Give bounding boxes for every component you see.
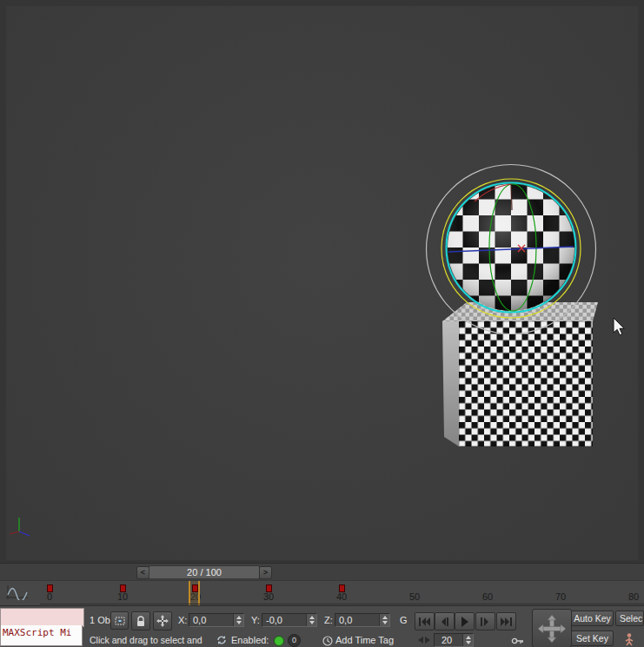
status-bar: MAXScript Mi 1 Ob X: 0,0 Y:: [0, 605, 644, 647]
play-button[interactable]: [455, 612, 475, 630]
time-tag-button[interactable]: [320, 633, 335, 647]
play-icon: [461, 617, 469, 627]
maxscript-listener-field[interactable]: MAXScript Mi: [0, 625, 83, 646]
go-to-end-icon: [501, 617, 512, 626]
frame-step-arrows[interactable]: [418, 637, 430, 644]
frame-back-arrow[interactable]: [418, 637, 423, 644]
animation-key[interactable]: [266, 584, 272, 592]
frame-spinner[interactable]: [462, 634, 473, 646]
circular-arrows-icon: [216, 634, 228, 646]
previous-key-button[interactable]: [435, 612, 455, 630]
current-frame-field[interactable]: 20: [434, 633, 474, 647]
mini-curve-editor-button[interactable]: [4, 584, 32, 602]
z-spinner[interactable]: [379, 614, 389, 626]
maxscript-mini-listener[interactable]: MAXScript Mi: [0, 608, 84, 647]
tick-label: 60: [475, 591, 501, 602]
tick-label: 80: [621, 591, 644, 602]
character-walkthrough-button[interactable]: [617, 630, 641, 647]
set-key-button[interactable]: Set Key: [571, 630, 614, 646]
track-bar-baseline: [40, 604, 644, 604]
animation-key[interactable]: [339, 584, 345, 592]
prompt-line: Click and drag to select and: [90, 635, 202, 645]
selection-count-label: 1 Ob: [90, 615, 110, 625]
time-slider-track[interactable]: < 20 / 100 >: [0, 563, 644, 581]
tick-label: 10: [110, 591, 136, 602]
key-icon: [511, 637, 524, 645]
tick-label: 50: [402, 591, 428, 602]
lock-icon: [136, 616, 146, 627]
viewport-scene: [0, 0, 644, 647]
animation-key[interactable]: [120, 584, 126, 592]
tick-label: 30: [256, 591, 282, 602]
y-coordinate-field[interactable]: -0,0: [262, 613, 317, 627]
enabled-label: Enabled:: [231, 635, 269, 645]
track-bar[interactable]: 0 10 20 30 40 50 60 70 80: [0, 580, 644, 606]
animation-key[interactable]: [192, 584, 198, 592]
previous-frame-button[interactable]: <: [136, 566, 149, 579]
z-coordinate-value: 0,0: [339, 615, 352, 625]
tick-label: 70: [548, 591, 574, 602]
checker-cube[interactable]: [442, 302, 598, 446]
x-coordinate-label: X:: [178, 615, 187, 625]
person-icon: [622, 632, 636, 646]
grid-label: G: [400, 615, 408, 625]
notification-button[interactable]: [213, 632, 229, 647]
y-coordinate-value: -0,0: [266, 615, 282, 625]
auto-key-button[interactable]: Auto Key: [571, 611, 614, 626]
x-coordinate-value: 0,0: [193, 615, 206, 625]
transform-arrows-icon: [156, 615, 169, 627]
absolute-offset-mode-toggle[interactable]: [153, 611, 172, 630]
clock-icon: [322, 636, 333, 646]
x-coordinate-field[interactable]: 0,0: [189, 613, 244, 627]
next-frame-button[interactable]: >: [259, 566, 272, 579]
y-spinner[interactable]: [306, 614, 316, 626]
z-coordinate-field[interactable]: 0,0: [335, 613, 390, 627]
set-keys-cross-icon: [537, 614, 567, 644]
tick-label: 40: [329, 591, 355, 602]
selection-region-icon: [115, 616, 125, 626]
go-to-start-button[interactable]: [415, 612, 435, 630]
z-coordinate-label: Z:: [324, 615, 333, 625]
key-mode-button[interactable]: [508, 633, 526, 647]
next-key-icon: [481, 617, 490, 626]
y-coordinate-label: Y:: [251, 615, 260, 625]
time-slider-handle[interactable]: 20 / 100: [149, 565, 260, 579]
current-frame-value: 20: [442, 635, 452, 645]
next-key-button[interactable]: [475, 612, 495, 630]
mouse-cursor: [614, 318, 624, 335]
go-to-end-button[interactable]: [496, 612, 516, 630]
enabled-count-badge: 0: [288, 634, 301, 647]
curve-editor-icon: [4, 584, 29, 600]
selection-lock-toggle[interactable]: [131, 611, 150, 630]
3ds-max-window: < 20 / 100 > 0 10 20 30 40 50 60 70 80: [0, 0, 644, 647]
previous-key-icon: [440, 617, 449, 626]
animation-key[interactable]: [47, 584, 53, 592]
go-to-start-icon: [419, 617, 430, 626]
world-axis-tripod: [10, 518, 30, 536]
set-keys-button[interactable]: [532, 609, 572, 647]
selection-region-button[interactable]: [110, 611, 129, 630]
frame-forward-arrow[interactable]: [425, 637, 430, 644]
tick-label: 0: [37, 591, 63, 602]
selection-set-dropdown[interactable]: Selec: [615, 611, 644, 626]
macro-recorder-field[interactable]: [0, 608, 84, 627]
enabled-green-indicator[interactable]: [274, 636, 284, 646]
x-spinner[interactable]: [233, 614, 243, 626]
add-time-tag-label[interactable]: Add Time Tag: [335, 635, 394, 645]
